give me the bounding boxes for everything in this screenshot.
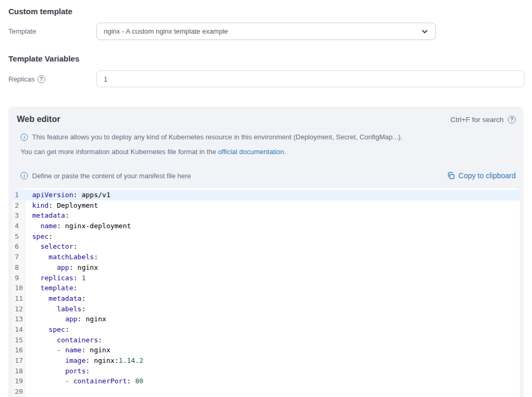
- web-editor-header: Web editor Ctrl+F for search ?: [17, 115, 516, 124]
- code-text: name: nginx-deployment: [26, 221, 131, 231]
- info-icon: i: [21, 134, 28, 141]
- line-number: 2: [12, 200, 26, 211]
- template-label: Template: [8, 27, 96, 35]
- code-text: replicas: 1: [26, 273, 86, 283]
- template-select[interactable]: nginx - A custom nginx template example: [96, 23, 436, 40]
- code-text: spec:: [26, 324, 69, 335]
- replicas-input[interactable]: [96, 70, 525, 87]
- code-line: 17 image: nginx:1.14.2: [12, 355, 520, 366]
- docs-info-line: You can get more information about Kuber…: [21, 148, 516, 156]
- code-text: selector:: [26, 241, 77, 252]
- replicas-form-row: Replicas ?: [8, 70, 532, 87]
- line-number: 10: [12, 283, 26, 293]
- code-text: apiVersion: apps/v1: [26, 190, 111, 200]
- docs-info-prefix: You can get more information about Kuber…: [21, 148, 218, 156]
- line-number: 14: [12, 324, 26, 335]
- code-text: - name: nginx: [26, 345, 111, 355]
- code-line: 15 containers:: [12, 335, 520, 345]
- code-text: ports:: [26, 366, 90, 376]
- code-text: containers:: [26, 335, 102, 345]
- code-text: matchLabels:: [26, 252, 98, 262]
- code-line: 6 selector:: [12, 241, 520, 252]
- code-text: spec:: [26, 231, 53, 242]
- line-number: 9: [12, 273, 26, 283]
- feature-info-line: i This feature allows you to deploy any …: [21, 133, 516, 141]
- question-circle-icon[interactable]: ?: [508, 116, 516, 124]
- official-documentation-link[interactable]: official documentation: [218, 148, 284, 156]
- code-lines: 1apiVersion: apps/v12kind: Deployment3me…: [12, 190, 520, 397]
- code-text: app: nginx: [26, 314, 106, 324]
- info-icon: i: [21, 172, 28, 179]
- question-circle-icon[interactable]: ?: [37, 75, 45, 83]
- code-line: 20: [12, 386, 520, 397]
- line-number: 20: [12, 386, 26, 397]
- code-line: 9 replicas: 1: [12, 273, 520, 283]
- code-text: app: nginx: [26, 262, 98, 273]
- line-number: 18: [12, 366, 26, 376]
- code-text: metadata:: [26, 210, 69, 221]
- copy-to-clipboard-button[interactable]: Copy to clipboard: [447, 171, 516, 180]
- replicas-label: Replicas ?: [8, 75, 96, 83]
- line-number: 7: [12, 252, 26, 262]
- custom-template-page: Custom template Template nginx - A custo…: [0, 7, 532, 397]
- code-text: [26, 386, 32, 397]
- code-text: labels:: [26, 304, 86, 314]
- code-text: image: nginx:1.14.2: [26, 355, 143, 366]
- code-line: 2kind: Deployment: [12, 200, 520, 211]
- search-hint-text: Ctrl+F for search: [450, 116, 504, 124]
- code-line: 16 - name: nginx: [12, 345, 520, 355]
- line-number: 19: [12, 376, 26, 386]
- line-number: 17: [12, 355, 26, 366]
- line-number: 1: [12, 190, 26, 200]
- template-form-row: Template nginx - A custom nginx template…: [8, 23, 532, 40]
- code-line: 18 ports:: [12, 366, 520, 376]
- code-text: kind: Deployment: [26, 200, 98, 211]
- line-number: 5: [12, 231, 26, 242]
- code-text: - containerPort: 80: [26, 376, 143, 386]
- code-line: 8 app: nginx: [12, 262, 520, 273]
- copy-icon: [447, 171, 455, 180]
- search-hint: Ctrl+F for search ?: [450, 116, 516, 124]
- line-number: 6: [12, 241, 26, 252]
- web-editor-title: Web editor: [17, 115, 60, 124]
- replicas-label-text: Replicas: [8, 75, 35, 83]
- variables-heading: Template Variables: [8, 54, 524, 63]
- copy-button-label: Copy to clipboard: [458, 171, 516, 180]
- manifest-hint-text: Define or paste the content of your mani…: [32, 172, 191, 180]
- line-number: 4: [12, 221, 26, 231]
- line-number: 13: [12, 314, 26, 324]
- yaml-code-editor[interactable]: 1apiVersion: apps/v12kind: Deployment3me…: [12, 188, 520, 397]
- code-line: 19 - containerPort: 80: [12, 376, 520, 386]
- docs-info-suffix: .: [284, 148, 286, 156]
- chevron-down-icon: [421, 28, 428, 35]
- feature-info-text: This feature allows you to deploy any ki…: [32, 133, 403, 141]
- code-line: 5spec:: [12, 231, 520, 242]
- code-line: 14 spec:: [12, 324, 520, 335]
- code-text: template:: [26, 283, 77, 293]
- code-line: 11 metadata:: [12, 293, 520, 304]
- web-editor-panel: Web editor Ctrl+F for search ? i This fe…: [8, 107, 524, 397]
- line-number: 12: [12, 304, 26, 314]
- code-line: 7 matchLabels:: [12, 252, 520, 262]
- manifest-hint: i Define or paste the content of your ma…: [21, 172, 191, 180]
- line-number: 16: [12, 345, 26, 355]
- template-select-value: nginx - A custom nginx template example: [104, 27, 228, 35]
- line-number: 3: [12, 210, 26, 221]
- code-line: 10 template:: [12, 283, 520, 293]
- code-text: metadata:: [26, 293, 86, 304]
- code-line: 13 app: nginx: [12, 314, 520, 324]
- page-title: Custom template: [8, 7, 524, 16]
- code-line: 12 labels:: [12, 304, 520, 314]
- code-line: 3metadata:: [12, 210, 520, 221]
- line-number: 15: [12, 335, 26, 345]
- code-line: 4 name: nginx-deployment: [12, 221, 520, 231]
- editor-toolbar: i Define or paste the content of your ma…: [21, 171, 516, 180]
- line-number: 11: [12, 293, 26, 304]
- line-number: 8: [12, 262, 26, 273]
- code-line: 1apiVersion: apps/v1: [12, 190, 520, 200]
